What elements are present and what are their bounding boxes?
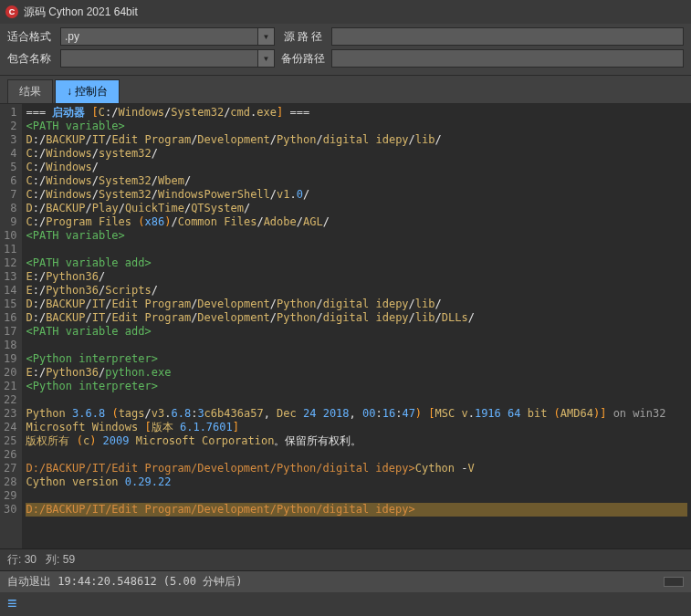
path-label: 源 路 径 (280, 29, 326, 45)
row-value: 30 (25, 553, 37, 566)
path-input[interactable] (331, 27, 684, 46)
tab-console[interactable]: ↓ 控制台 (55, 79, 120, 103)
window-title: 源码 Cython 2021 64bit (24, 5, 138, 20)
tabs: 结果 ↓ 控制台 (0, 75, 691, 104)
auto-exit-time: 19:44:20.548612 (58, 575, 156, 588)
name-input[interactable] (60, 49, 258, 68)
format-label: 适合格式 (7, 29, 55, 45)
chevron-down-icon[interactable]: ▼ (258, 27, 275, 46)
app-icon: C (5, 5, 18, 18)
tab-results[interactable]: 结果 (7, 79, 53, 103)
auto-exit-remain: (5.00 分钟后) (163, 575, 243, 588)
col-value: 59 (63, 553, 75, 566)
chevron-down-icon[interactable]: ▼ (258, 49, 275, 68)
toolbar: 适合格式 ▼ 源 路 径 包含名称 ▼ 备份路径 (0, 24, 691, 75)
backup-label: 备份路径 (280, 51, 326, 67)
console-output[interactable]: 1234567891011121314151617181920212223242… (0, 104, 691, 548)
status-bar: 行: 30 列: 59 (0, 548, 691, 570)
titlebar: C 源码 Cython 2021 64bit (0, 0, 691, 24)
progress-bar (664, 577, 684, 587)
auto-exit-bar: 自动退出 19:44:20.548612 (5.00 分钟后) (0, 570, 691, 592)
name-combo[interactable]: ▼ (60, 49, 275, 68)
code-area[interactable]: === 启动器 [C:/Windows/System32/cmd.exe] ==… (22, 104, 691, 548)
row-label: 行: (7, 553, 21, 566)
format-input[interactable] (60, 27, 258, 46)
name-label: 包含名称 (7, 51, 55, 67)
auto-exit-label: 自动退出 (7, 575, 51, 588)
hamburger-icon[interactable]: ≡ (0, 592, 691, 614)
col-label: 列: (46, 553, 59, 566)
line-gutter: 1234567891011121314151617181920212223242… (0, 104, 22, 548)
format-combo[interactable]: ▼ (60, 27, 275, 46)
backup-input[interactable] (331, 49, 684, 68)
